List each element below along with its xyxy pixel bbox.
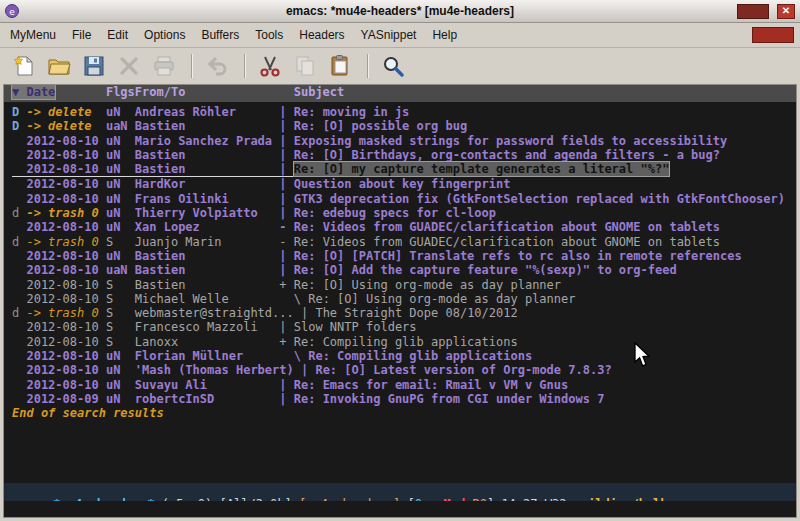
subject-cell: | Re: [O] possible org bug (279, 119, 467, 133)
window-title: emacs: *mu4e-headers* [mu4e-headers] (0, 4, 800, 18)
message-row[interactable]: 2012-08-10SLanoxx+ Re: Compiling glib ap… (12, 335, 796, 349)
toolbar-separator (367, 54, 369, 78)
message-row[interactable]: 2012-08-10uNBastien| Re: [O] [PATCH] Tra… (12, 249, 796, 263)
message-row[interactable]: d-> trash 0SJuanjo Marin- Re: Videos fro… (12, 235, 796, 249)
message-row[interactable]: 2012-08-10SFrancesco Mazzoli| Slow NNTP … (12, 320, 796, 334)
subject-cell: | Re: [O] Add the capture feature "%(sex… (279, 263, 676, 277)
search-icon (381, 54, 407, 78)
sort-column-date[interactable]: ▼ Date (12, 85, 55, 99)
new-file-button[interactable] (10, 51, 40, 81)
menu-mymenu[interactable]: MyMenu (2, 25, 64, 45)
mark-prefix (12, 192, 26, 206)
column-subject[interactable]: Subject (294, 85, 345, 102)
flags-cell: S (106, 306, 135, 320)
menu-options[interactable]: Options (136, 25, 193, 45)
message-row[interactable]: 2012-08-10uNBastien| Re: [O] my capture … (12, 162, 669, 177)
column-from-to[interactable]: From/To (135, 85, 279, 102)
subject-cell: | Re: Emacs for email: Rmail v VM v Gnus (279, 378, 568, 392)
message-row[interactable]: D-> deleteuNAndreas Röhler| Re: moving i… (12, 105, 796, 119)
flags-cell: uN (106, 378, 135, 392)
window-close-button[interactable]: ✕ (777, 4, 795, 19)
message-row[interactable]: 2012-08-10uNSuvayu Ali| Re: Emacs for em… (12, 378, 796, 392)
date-cell: -> delete (26, 105, 105, 119)
subject-cell: | Question about key fingerprint (279, 177, 510, 191)
menu-buffers[interactable]: Buffers (193, 25, 247, 45)
from-cell: Bastien (135, 148, 279, 162)
message-row[interactable]: 2012-08-10uNFrans Oilinki| GTK3 deprecat… (12, 192, 796, 206)
undo-button[interactable] (203, 51, 233, 81)
copy-button[interactable] (291, 51, 321, 81)
from-cell: Suvayu Ali (135, 378, 279, 392)
from-cell: Bastien (135, 263, 279, 277)
from-cell: Francesco Mazzoli (135, 320, 279, 334)
menu-yasnippet[interactable]: YASnippet (353, 25, 425, 45)
undo-icon (205, 54, 231, 78)
toolbar (0, 48, 800, 84)
echo-area[interactable] (4, 501, 796, 517)
toolbar-separator (191, 54, 193, 78)
print-button[interactable] (150, 51, 180, 81)
close-button[interactable] (115, 51, 145, 81)
message-row[interactable]: 2012-08-10uN'Mash (Thomas Herbert) | Re:… (12, 363, 796, 377)
date-cell: 2012-08-10 (26, 192, 105, 206)
menu-bar-close-button[interactable] (752, 27, 794, 43)
from-cell: Bastien (135, 249, 279, 263)
date-cell: -> trash 0 (26, 306, 105, 320)
subject-cell: + Re: [O] Using org-mode as day planner (279, 278, 561, 292)
date-cell: 2012-08-10 (26, 263, 105, 277)
subject-cell: - Re: Videos from GUADEC/clarification a… (279, 235, 720, 249)
menu-headers[interactable]: Headers (291, 25, 352, 45)
message-row[interactable]: 2012-08-10uNFlorian Müllner \ Re: Compil… (12, 349, 796, 363)
mark-prefix (12, 335, 26, 349)
paste-icon (328, 54, 354, 78)
message-row[interactable]: D-> deleteuaNBastien| Re: [O] possible o… (12, 119, 796, 133)
emacs-frame-border: ▼ Date Flgs From/To Subject D-> deleteuN… (0, 82, 800, 521)
message-row[interactable]: 2012-08-10SBastien+ Re: [O] Using org-mo… (12, 278, 796, 292)
open-icon (47, 54, 73, 78)
menu-help[interactable]: Help (424, 25, 465, 45)
from-cell: webmaster@straightd... (135, 306, 301, 320)
mark-prefix: D (12, 105, 26, 119)
message-row[interactable]: 2012-08-10uNBastien| Re: [O] Birthdays, … (12, 148, 796, 162)
copy-icon (293, 54, 319, 78)
mark-prefix (12, 249, 26, 263)
mark-prefix (12, 134, 26, 148)
flags-cell: uN (106, 349, 135, 363)
svg-text:e: e (9, 7, 15, 17)
date-cell: 2012-08-10 (26, 320, 105, 334)
window-shade-button[interactable] (737, 4, 769, 19)
paste-button[interactable] (326, 51, 356, 81)
message-row[interactable]: 2012-08-10uNMario Sanchez Prada| Exposin… (12, 134, 796, 148)
subject-cell: \ Re: [O] Using org-mode as day planner (279, 292, 575, 306)
search-button[interactable] (379, 51, 409, 81)
from-cell: Andreas Röhler (135, 105, 279, 119)
date-cell: 2012-08-10 (26, 177, 105, 191)
menu-tools[interactable]: Tools (247, 25, 291, 45)
date-cell: 2012-08-10 (26, 220, 105, 234)
message-row[interactable]: 2012-08-10uNXan Lopez- Re: Videos from G… (12, 220, 796, 234)
date-cell: 2012-08-10 (26, 134, 105, 148)
date-cell: 2012-08-10 (26, 335, 105, 349)
save-button[interactable] (80, 51, 110, 81)
flags-cell: uaN (106, 119, 135, 133)
date-cell: 2012-08-10 (26, 162, 105, 176)
message-row[interactable]: 2012-08-10uaNBastien| Re: [O] Add the ca… (12, 263, 796, 277)
column-flags[interactable]: Flgs (106, 85, 135, 102)
toolbar-separator (244, 54, 246, 78)
from-cell: Mario Sanchez Prada (135, 134, 279, 148)
subject-cell: + Re: Compiling glib applications (279, 335, 517, 349)
subject-cell: | GTK3 deprecation fix (GtkFontSelection… (279, 192, 785, 206)
menu-file[interactable]: File (64, 25, 99, 45)
flags-cell: uN (106, 192, 135, 206)
mark-prefix (12, 292, 26, 306)
message-row[interactable]: d-> trash 0Swebmaster@straightd... | The… (12, 306, 796, 320)
message-row[interactable]: d-> trash 0uNThierry Volpiatto| Re: edeb… (12, 206, 796, 220)
message-row[interactable]: 2012-08-09uNrobertcInSD| Re: Invoking Gn… (12, 392, 796, 406)
cut-button[interactable] (256, 51, 286, 81)
message-row[interactable]: 2012-08-10SMichael Welle \ Re: [O] Using… (12, 292, 796, 306)
mark-prefix (12, 320, 26, 334)
open-button[interactable] (45, 51, 75, 81)
from-cell: Juanjo Marin (135, 235, 279, 249)
menu-edit[interactable]: Edit (99, 25, 136, 45)
message-row[interactable]: 2012-08-10uNHardKor| Question about key … (12, 177, 796, 191)
